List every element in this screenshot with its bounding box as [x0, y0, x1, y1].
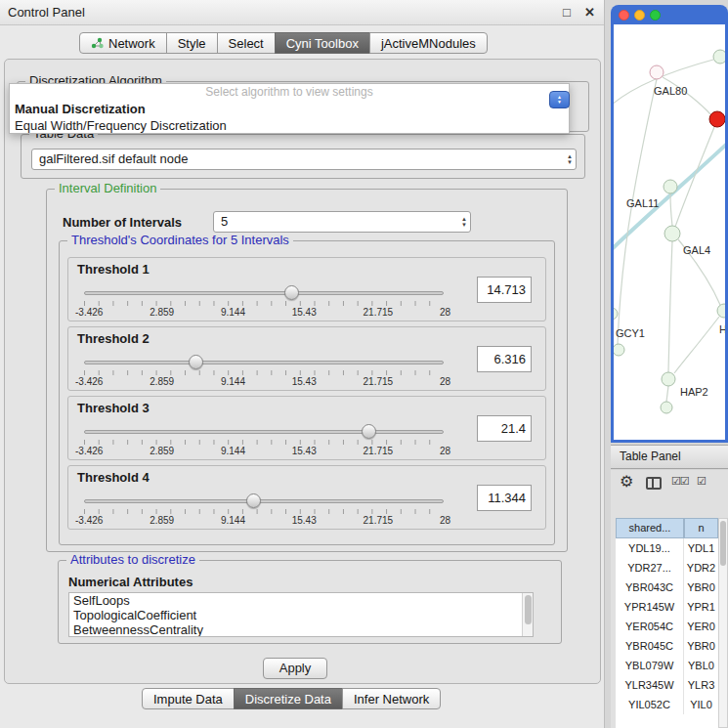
table-row[interactable]: YBR043CYBR0	[616, 578, 718, 597]
tab-infer-network[interactable]: Infer Network	[342, 688, 441, 709]
table-scrollbar-thumb[interactable]	[720, 521, 726, 566]
number-of-intervals-label: Number of Intervals	[63, 215, 182, 230]
network-node[interactable]	[664, 180, 677, 193]
network-node[interactable]	[650, 65, 664, 79]
algorithm-option-manual[interactable]: Manual Discretization	[10, 101, 569, 117]
list-item[interactable]: BetweennessCentrality	[69, 622, 533, 637]
slider-handle[interactable]	[284, 285, 299, 300]
table-row[interactable]: YPR145WYPR1	[616, 597, 718, 617]
threshold-2-label: Threshold 2	[77, 331, 150, 346]
combo-stepper-icon[interactable]: ▲▼	[567, 150, 573, 169]
control-panel-tabbar: Network Style Select Cyni Toolbox jActiv…	[80, 32, 488, 54]
float-window-icon[interactable]: □	[563, 5, 571, 20]
threshold-1-value-input[interactable]: 14.713	[477, 277, 532, 303]
tab-style[interactable]: Style	[166, 32, 218, 54]
cell: YLR345W	[616, 675, 684, 695]
tab-discretize-data[interactable]: Discretize Data	[234, 688, 343, 709]
slider-track[interactable]	[84, 361, 444, 364]
table-row[interactable]: YBL079WYBL0	[616, 656, 718, 675]
algorithm-combo-stepper[interactable]: ▲ ▼	[549, 91, 570, 108]
network-edge[interactable]	[614, 60, 713, 107]
node-label: GAL80	[654, 85, 687, 97]
number-of-intervals-combo[interactable]: 5 ▲▼	[213, 211, 471, 233]
threshold-3-panel: Threshold 3 21.4 -3.4262.8599.14415.4321…	[67, 396, 546, 460]
slider-handle[interactable]	[362, 424, 376, 439]
network-node[interactable]	[614, 308, 618, 320]
tab-select[interactable]: Select	[217, 32, 276, 54]
threshold-2-slider[interactable]: -3.4262.8599.14415.4321.71528	[84, 354, 444, 391]
tab-jactivemnodules[interactable]: jActiveMNodules	[369, 32, 488, 54]
network-edge[interactable]	[670, 193, 672, 226]
network-edge[interactable]	[675, 127, 714, 227]
attributes-group: Attributes to discretize Numerical Attri…	[58, 560, 562, 644]
table-row[interactable]: YDL19...YDL1	[616, 538, 718, 558]
slider-track[interactable]	[84, 291, 444, 295]
down-arrow-icon: ▼	[461, 222, 467, 228]
threshold-4-slider[interactable]: -3.4262.8599.14415.4321.71528	[84, 492, 444, 530]
threshold-3-slider[interactable]: -3.4262.8599.14415.4321.71528	[84, 423, 444, 460]
threshold-3-value-input[interactable]: 21.4	[477, 415, 532, 442]
cell: YPR1	[684, 597, 718, 617]
slider-ticks	[84, 509, 444, 514]
table-row[interactable]: YIL052CYIL0	[616, 695, 718, 714]
slider-handle[interactable]	[189, 355, 203, 369]
threshold-4-panel: Threshold 4 11.344 -3.4262.8599.14415.43…	[67, 465, 546, 530]
combo-stepper-icon[interactable]: ▲▼	[461, 212, 467, 232]
interval-definition-group: Interval Definition Number of Intervals …	[46, 189, 568, 552]
table-row[interactable]: YLR345WYLR3	[616, 675, 718, 695]
tick-label: 21.715	[364, 515, 394, 526]
network-canvas[interactable]: GAL80 GAL11 GAL4 GCY1 HAP2 H	[614, 24, 725, 440]
tab-impute-data-label: Impute Data	[153, 692, 223, 707]
table-scrollbar[interactable]	[718, 518, 728, 728]
columns-icon[interactable]	[646, 477, 662, 490]
zoom-traffic-light[interactable]	[650, 10, 661, 21]
close-traffic-light[interactable]	[619, 10, 629, 21]
network-edge[interactable]	[674, 317, 719, 373]
table-row[interactable]: YBR045CYBR0	[616, 636, 718, 656]
tick-label: 21.715	[364, 446, 394, 456]
interval-definition-legend: Interval Definition	[55, 181, 160, 195]
column-header-name[interactable]: n	[684, 518, 718, 538]
network-node[interactable]	[717, 304, 725, 318]
tick-label: 2.859	[150, 376, 174, 387]
list-item[interactable]: SelfLoops	[69, 593, 533, 608]
network-node[interactable]	[664, 226, 680, 241]
checkbox-group-icon[interactable]: ☑☑	[671, 475, 689, 488]
checkbox-icon[interactable]: ☑	[697, 475, 706, 488]
table-data-combo[interactable]: galFiltered.sif default node ▲▼	[31, 149, 577, 170]
network-node[interactable]	[661, 402, 672, 413]
minimize-traffic-light[interactable]	[634, 10, 645, 21]
slider-track[interactable]	[84, 430, 444, 434]
network-node[interactable]	[662, 372, 675, 386]
slider-track[interactable]	[84, 499, 444, 503]
network-view-window[interactable]: GAL80 GAL11 GAL4 GCY1 HAP2 H	[611, 5, 728, 443]
apply-button[interactable]: Apply	[263, 658, 327, 679]
list-scrollbar-thumb[interactable]	[525, 595, 532, 624]
gear-icon[interactable]: ⚙	[620, 472, 633, 491]
cell: YDR27...	[616, 558, 684, 578]
list-scrollbar[interactable]	[522, 593, 533, 636]
algorithm-option-equal-width[interactable]: Equal Width/Frequency Discretization	[10, 117, 569, 134]
network-node[interactable]	[713, 50, 725, 64]
network-node[interactable]	[614, 344, 624, 356]
bottom-tabbar: Impute Data Discretize Data Infer Networ…	[143, 688, 441, 709]
tab-network[interactable]: Network	[79, 32, 167, 54]
network-edge[interactable]	[668, 241, 672, 372]
tab-cyni-toolbox[interactable]: Cyni Toolbox	[275, 32, 370, 54]
threshold-1-slider[interactable]: -3.4262.8599.14415.4321.71528	[84, 284, 444, 321]
tab-impute-data[interactable]: Impute Data	[142, 688, 235, 709]
slider-handle[interactable]	[246, 493, 261, 508]
table-row[interactable]: YDR27...YDR2	[616, 558, 718, 578]
slider-ticks	[84, 301, 444, 306]
cell: YIL0	[684, 695, 718, 714]
column-header-shared-name[interactable]: shared...	[616, 518, 684, 538]
tick-label: 2.859	[150, 446, 174, 456]
close-window-icon[interactable]: ✕	[584, 5, 595, 20]
network-node-red[interactable]	[709, 111, 725, 127]
table-row[interactable]: YER054CYER0	[616, 617, 718, 636]
threshold-2-value-input[interactable]: 6.316	[477, 346, 532, 372]
threshold-4-value-input[interactable]: 11.344	[477, 485, 532, 511]
list-item[interactable]: TopologicalCoefficient	[69, 608, 533, 622]
network-edge[interactable]	[666, 386, 668, 402]
cell: YLR3	[684, 675, 718, 695]
